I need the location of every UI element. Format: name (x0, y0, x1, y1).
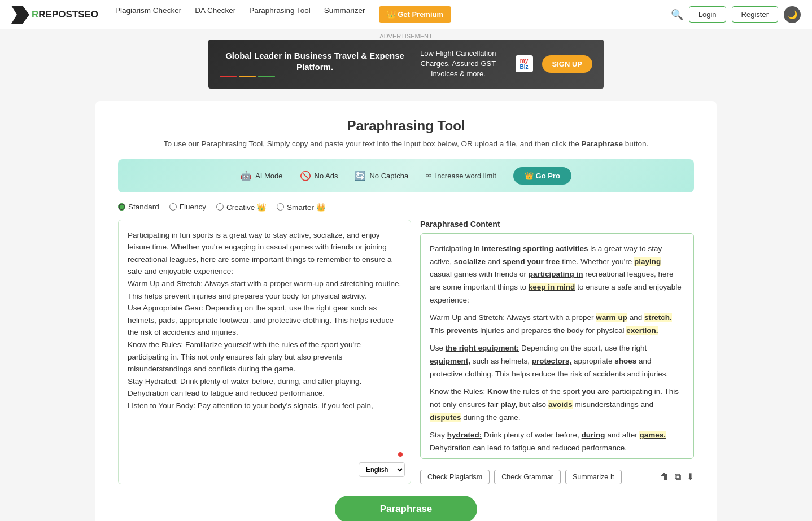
login-button[interactable]: Login (689, 6, 726, 23)
dark-mode-button[interactable]: 🌙 (784, 6, 801, 23)
go-pro-button[interactable]: 👑 Go Pro (513, 167, 571, 185)
ad-signup-button[interactable]: SIGN UP (542, 55, 592, 73)
bar-orange (239, 76, 256, 77)
input-box: Participating in fun sports is a great w… (118, 220, 411, 484)
promo-no-ads-label: No Ads (315, 172, 338, 180)
ad-top-right: Low Flight Cancellation Charges, Assured… (410, 49, 592, 80)
mode-selector: Standard Fluency Creative 👑 Smarter 👑 (118, 203, 694, 212)
nav-da-checker[interactable]: DA Checker (195, 6, 235, 23)
page-title: Paraphrasing Tool (118, 118, 694, 134)
nav-plagiarism[interactable]: Plagiarism Checker (115, 6, 181, 23)
paraphrase-box: Participating in interesting sporting ac… (420, 233, 694, 459)
promo-ai-mode: 🤖 AI Mode (241, 170, 282, 181)
promo-no-captcha-label: No Captcha (369, 172, 408, 180)
output-column: Paraphrased Content Participating in int… (420, 220, 694, 484)
red-dot-indicator (398, 452, 403, 457)
action-icons: 🗑 ⧉ ⬇ (660, 471, 694, 482)
bar-green (258, 76, 275, 77)
ad-underline-bar (220, 76, 410, 77)
promo-no-captcha: 🔄 No Captcha (355, 170, 408, 181)
editor-area: Participating in fun sports is a great w… (118, 220, 694, 484)
ad-top-sub: Low Flight Cancellation Charges, Assured… (410, 49, 506, 80)
ad-top-left: Global Leader in Business Travel & Expen… (220, 50, 410, 77)
ad-top-headline: Global Leader in Business Travel & Expen… (220, 50, 410, 72)
check-plagiarism-button[interactable]: Check Plagiarism (420, 470, 490, 484)
mode-fluency[interactable]: Fluency (169, 203, 206, 211)
nav-right: 🔍 Login Register 🌙 (671, 6, 801, 23)
logo: RREPOSTSEO (11, 6, 98, 24)
register-button[interactable]: Register (732, 6, 778, 23)
mode-smarter-radio[interactable] (277, 203, 284, 211)
premium-button[interactable]: 👑 Get Premium (379, 6, 452, 23)
promo-ai-label: AI Mode (255, 172, 282, 180)
paraphrased-content-title: Paraphrased Content (420, 220, 694, 229)
promo-word-limit: ∞ Increase word limit (425, 170, 496, 181)
mode-standard[interactable]: Standard (118, 203, 159, 211)
mode-smarter[interactable]: Smarter 👑 (277, 203, 326, 212)
main-content: Paraphrasing Tool To use our Paraphrasin… (95, 101, 717, 521)
paraphrase-btn-wrap: Paraphrase (118, 496, 694, 521)
logo-text: RREPOSTSEO (32, 9, 98, 20)
delete-button[interactable]: 🗑 (660, 472, 669, 482)
nav-summarizer[interactable]: Summarizer (324, 6, 365, 23)
bar-red (220, 76, 237, 77)
mode-creative-radio[interactable] (216, 203, 224, 211)
search-button[interactable]: 🔍 (671, 8, 683, 21)
nav-paraphrasing[interactable]: Paraphrasing Tool (249, 6, 311, 23)
promo-word-limit-label: Increase word limit (435, 172, 496, 180)
mode-creative[interactable]: Creative 👑 (216, 203, 267, 212)
ad-logo-badge: my Biz (516, 55, 533, 72)
promo-no-ads: 🚫 No Ads (300, 170, 338, 181)
navbar: RREPOSTSEO Plagiarism Checker DA Checker… (0, 0, 812, 29)
promo-bar: 🤖 AI Mode 🚫 No Ads 🔄 No Captcha ∞ Increa… (118, 159, 694, 192)
ad-top-box: Global Leader in Business Travel & Expen… (208, 40, 604, 89)
paraphrase-button[interactable]: Paraphrase (335, 496, 478, 521)
ad-top-label: ADVERTISEMENT Global Leader in Business … (0, 29, 812, 91)
download-button[interactable]: ⬇ (687, 471, 694, 482)
output-actions: Check Plagiarism Check Grammar Summarize… (420, 465, 694, 484)
input-textarea[interactable]: Participating in fun sports is a great w… (128, 229, 401, 410)
mode-fluency-radio[interactable] (169, 203, 177, 211)
paraphrase-content: Participating in interesting sporting ac… (430, 243, 684, 459)
ai-mode-icon: 🤖 (241, 170, 252, 181)
page-subtitle: To use our Paraphrasing Tool, Simply cop… (118, 139, 694, 148)
summarize-button[interactable]: Summarize It (565, 470, 622, 484)
no-captcha-icon: 🔄 (355, 170, 366, 181)
mode-standard-radio[interactable] (118, 203, 125, 211)
svg-marker-0 (11, 6, 29, 24)
language-selector[interactable]: English Spanish French (359, 462, 405, 477)
no-ads-icon: 🚫 (300, 170, 311, 181)
nav-links: Plagiarism Checker DA Checker Paraphrasi… (115, 6, 671, 23)
word-limit-icon: ∞ (425, 170, 431, 181)
copy-button[interactable]: ⧉ (675, 472, 681, 482)
check-grammar-button[interactable]: Check Grammar (494, 470, 561, 484)
